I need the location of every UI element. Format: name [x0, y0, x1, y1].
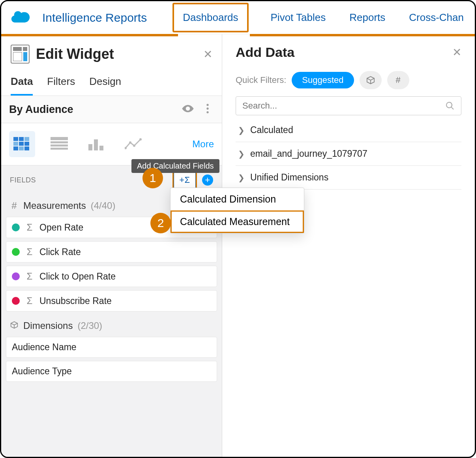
- search-input[interactable]: [242, 101, 445, 111]
- dimensions-title: Dimensions: [23, 320, 73, 331]
- svg-point-22: [139, 138, 142, 141]
- quick-filter-dimensions[interactable]: [360, 71, 382, 89]
- tab-design[interactable]: Design: [89, 75, 121, 96]
- widget-name[interactable]: By Audience: [9, 103, 174, 116]
- svg-rect-15: [51, 148, 68, 150]
- visibility-icon[interactable]: [182, 102, 194, 116]
- cube-icon: [10, 320, 19, 331]
- callout-2: 2: [150, 213, 171, 233]
- color-dot: [12, 248, 20, 256]
- add-field-button[interactable]: +: [202, 175, 213, 186]
- svg-rect-18: [99, 146, 103, 150]
- quick-filter-measurements[interactable]: #: [387, 71, 409, 89]
- dropdown-calculated-dimension[interactable]: Calculated Dimension: [171, 188, 304, 210]
- svg-point-2: [206, 111, 208, 113]
- brand-title: Intelligence Reports: [42, 11, 147, 24]
- highlight-bar: [250, 34, 475, 36]
- nav-tab-reports[interactable]: Reports: [348, 3, 387, 32]
- tooltip-add-calculated-fields: Add Calculated Fields: [131, 159, 219, 173]
- add-data-panel: Add Data ✕ Quick Filters: Suggested # ❯ …: [222, 34, 475, 457]
- dimensions-count: (2/30): [77, 320, 102, 331]
- salesforce-cloud-icon: [11, 10, 30, 25]
- dimension-row[interactable]: Audience Name: [6, 337, 217, 358]
- measurement-label: Click Rate: [39, 247, 81, 257]
- measurement-label: Click to Open Rate: [39, 271, 116, 282]
- cube-icon: [366, 76, 375, 84]
- chevron-right-icon: ❯: [238, 126, 245, 135]
- widget-icon: [11, 45, 30, 64]
- measurement-row[interactable]: Σ Click Rate: [6, 241, 217, 263]
- svg-rect-13: [51, 141, 68, 143]
- measurement-label: Open Rate: [39, 222, 83, 233]
- dimension-row[interactable]: Audience Type: [6, 361, 217, 382]
- data-source-item[interactable]: ❯ Calculated: [236, 118, 461, 142]
- calc-field-dropdown: Calculated Dimension Calculated Measurem…: [170, 188, 304, 233]
- more-chart-types-link[interactable]: More: [192, 139, 214, 150]
- chart-type-table[interactable]: [46, 131, 72, 157]
- chart-type-bar[interactable]: [83, 131, 109, 157]
- chevron-right-icon: ❯: [238, 173, 245, 182]
- svg-rect-11: [24, 146, 29, 150]
- svg-rect-4: [19, 137, 24, 141]
- more-options-icon[interactable]: [201, 102, 214, 116]
- measurement-label: Unsubscribe Rate: [39, 296, 112, 306]
- svg-point-21: [133, 145, 135, 147]
- tab-data[interactable]: Data: [11, 75, 33, 96]
- svg-rect-16: [88, 144, 92, 150]
- sigma-icon: Σ: [25, 295, 34, 306]
- measurements-title: Measurements: [23, 200, 86, 211]
- svg-rect-10: [19, 146, 24, 150]
- quick-filters-label: Quick Filters:: [236, 75, 286, 85]
- add-calculated-fields-button[interactable]: +Σ: [174, 172, 196, 188]
- measurement-row[interactable]: Σ Unsubscribe Rate: [6, 290, 217, 312]
- sigma-icon: Σ: [25, 246, 34, 257]
- chart-type-heatmap[interactable]: [9, 131, 35, 157]
- nav-tab-pivot-tables[interactable]: Pivot Tables: [269, 3, 328, 32]
- sigma-icon: Σ: [25, 222, 34, 233]
- nav-tab-cross-channel[interactable]: Cross-Chan: [407, 3, 465, 32]
- dimension-label: Audience Name: [12, 342, 77, 353]
- close-icon[interactable]: ✕: [203, 48, 212, 61]
- data-source-label: Unified Dimensions: [250, 172, 328, 183]
- svg-rect-14: [51, 145, 68, 146]
- nav-tab-dashboards[interactable]: Dashboards: [172, 3, 248, 32]
- chart-type-line[interactable]: [120, 131, 146, 157]
- fields-label: FIELDS: [10, 176, 36, 184]
- highlight-bar: [1, 34, 178, 36]
- svg-point-20: [129, 141, 131, 144]
- dropdown-calculated-measurement[interactable]: Calculated Measurement: [171, 210, 304, 233]
- search-input-wrap[interactable]: [236, 96, 461, 115]
- edit-widget-title: Edit Widget: [36, 46, 197, 62]
- callout-1: 1: [142, 168, 163, 188]
- add-data-title: Add Data: [236, 45, 452, 60]
- svg-rect-12: [51, 137, 68, 140]
- search-icon: [445, 101, 455, 111]
- data-source-item[interactable]: ❯ email_and_journey_1079707: [236, 142, 461, 166]
- edit-widget-panel: Edit Widget ✕ Data Filters Design By Aud…: [1, 34, 222, 457]
- hash-icon: #: [10, 200, 19, 211]
- chevron-right-icon: ❯: [238, 149, 245, 159]
- color-dot: [12, 297, 20, 305]
- color-dot: [12, 223, 20, 231]
- dimension-label: Audience Type: [12, 366, 72, 377]
- svg-rect-5: [24, 137, 29, 141]
- svg-point-0: [206, 104, 208, 106]
- svg-rect-7: [19, 142, 24, 146]
- svg-point-1: [206, 107, 208, 109]
- top-nav: Intelligence Reports Dashboards Pivot Ta…: [1, 1, 475, 34]
- svg-rect-6: [13, 142, 18, 146]
- svg-rect-8: [24, 142, 29, 146]
- tab-filters[interactable]: Filters: [47, 75, 75, 96]
- data-source-label: email_and_journey_1079707: [250, 148, 367, 159]
- measurements-count: (4/40): [91, 200, 116, 211]
- dimensions-section-header[interactable]: Dimensions (2/30): [1, 315, 222, 337]
- sigma-icon: Σ: [25, 271, 34, 282]
- data-source-item[interactable]: ❯ Unified Dimensions: [236, 166, 461, 190]
- measurement-row[interactable]: Σ Click to Open Rate: [6, 266, 217, 287]
- svg-rect-3: [13, 137, 18, 141]
- svg-rect-17: [94, 139, 98, 150]
- quick-filter-suggested[interactable]: Suggested: [292, 72, 354, 88]
- color-dot: [12, 272, 20, 280]
- data-source-label: Calculated: [250, 125, 293, 135]
- close-icon[interactable]: ✕: [452, 46, 461, 59]
